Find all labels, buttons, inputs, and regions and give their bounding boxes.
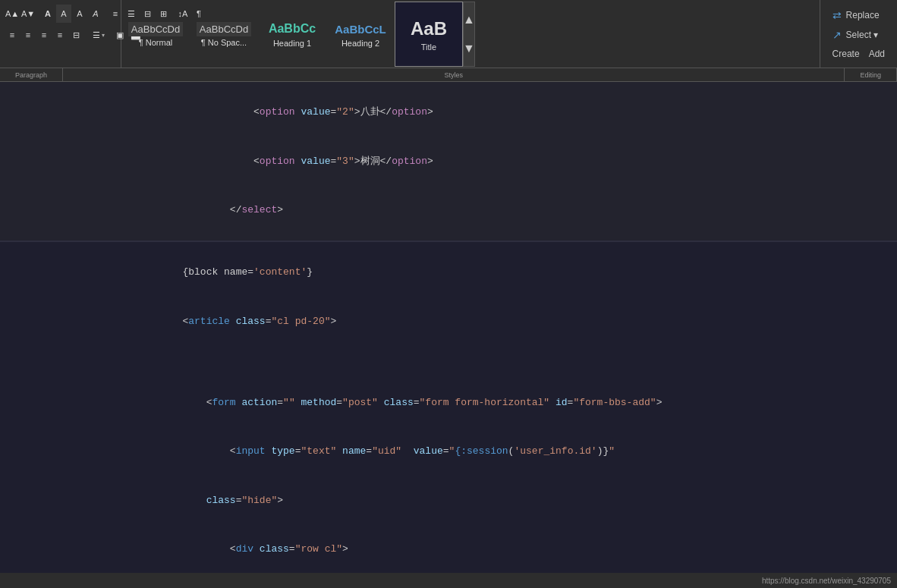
editing-section-label: Editing	[845, 68, 897, 81]
page-wrapper: A▲ A▼ A A A A ≡ ☰ ⊟ ⊞ ↕A ¶ ≡ ≡ ≡	[0, 0, 897, 588]
code-main-line-blank1	[129, 346, 891, 362]
highlight-btn[interactable]: A	[56, 5, 71, 23]
replace-icon: ⇄	[832, 9, 842, 21]
style-card-heading2[interactable]: AaBbCcL Heading 2	[326, 2, 395, 67]
code-line-scrolled-3: </select>	[129, 186, 891, 234]
align-justify-btn[interactable]: ≡	[52, 26, 68, 44]
styles-scroll-button[interactable]: ▲ ▼	[463, 2, 475, 67]
format-row-1: A▲ A▼ A A A A ≡ ☰ ⊟ ⊞ ↕A ¶	[5, 3, 116, 24]
code-line-scrolled-1: <option value="2">八卦</option>	[129, 88, 891, 137]
style-card-normal-label: ¶ Normal	[139, 38, 172, 47]
style-card-heading1-preview: AaBbCc	[266, 20, 319, 37]
style-card-no-spacing-preview: AaBbCcDd	[197, 22, 251, 36]
scroll-up-icon: ▲	[463, 13, 475, 27]
style-card-heading1-label: Heading 1	[273, 39, 311, 48]
text-color-btn[interactable]: A	[72, 5, 87, 23]
bottom-bar: https://blog.csdn.net/weixin_43290705	[0, 573, 897, 588]
code-main-visible: {block name='content'} <article class="c…	[0, 242, 897, 588]
italic-btn[interactable]: A	[88, 5, 103, 23]
font-size-up-btn[interactable]: A▲	[5, 5, 20, 23]
code-main-line-input2: class="hide">	[129, 476, 891, 524]
code-main-line-div: <div class="row cl">	[129, 524, 891, 573]
align-left-btn[interactable]: ≡	[5, 26, 20, 44]
add-label: Add	[869, 49, 885, 59]
create-add-item[interactable]: Create Add	[829, 47, 888, 61]
right-editing: ⇄ Replace ↗ Select ▾ Create Add	[820, 0, 897, 68]
select-icon: ↗	[832, 29, 842, 41]
styles-area: AaBbCcDd ¶ Normal AaBbCcDd ¶ No Spac... …	[121, 0, 820, 68]
style-card-heading2-label: Heading 2	[341, 39, 379, 48]
replace-label: Replace	[846, 10, 880, 20]
paragraph-section-label: Paragraph	[0, 68, 63, 81]
line-spacing-btn[interactable]: ☰▾	[88, 26, 108, 44]
left-ribbon: A▲ A▼ A A A A ≡ ☰ ⊟ ⊞ ↕A ¶ ≡ ≡ ≡	[0, 0, 121, 68]
code-main-line-1: {block name='content'}	[129, 248, 891, 297]
select-label: Select ▾	[846, 30, 879, 40]
replace-item[interactable]: ⇄ Replace	[829, 8, 888, 23]
style-card-title-preview: AaB	[408, 17, 450, 41]
list-bullets-btn[interactable]: ≡	[108, 5, 123, 23]
bottom-url: https://blog.csdn.net/weixin_43290705	[762, 577, 891, 585]
font-size-down-btn[interactable]: A▼	[20, 5, 36, 23]
align-center-btn[interactable]: ≡	[20, 26, 36, 44]
scroll-down-icon: ▼	[463, 42, 475, 55]
code-line-scrolled-2: <option value="3">树洞</option>	[129, 137, 891, 185]
style-card-heading1[interactable]: AaBbCc Heading 1	[258, 2, 326, 67]
column-btn[interactable]: ⊟	[68, 26, 83, 44]
style-card-title-label: Title	[421, 42, 436, 52]
bold-btn[interactable]: A	[40, 5, 55, 23]
styles-section-label: Styles	[63, 68, 845, 81]
style-card-title[interactable]: AaB Title	[395, 2, 463, 67]
create-label: Create	[832, 49, 860, 59]
code-main-line-input1: <input type="text" name="uid" value="{:s…	[129, 427, 891, 476]
format-row-2: ≡ ≡ ≡ ≡ ⊟ ☰▾ ▣ ⬜	[5, 24, 116, 46]
code-main-line-2: <article class="cl pd-20">	[129, 297, 891, 345]
ribbon-section-labels: Paragraph Styles Editing	[0, 68, 897, 82]
style-card-heading2-preview: AaBbCcL	[332, 21, 389, 37]
code-main-line-form: <form action="" method="post" class="for…	[129, 378, 891, 426]
select-item[interactable]: ↗ Select ▾	[829, 27, 888, 42]
style-card-normal-preview: AaBbCcDd	[128, 22, 183, 36]
code-main-line-blank2	[129, 362, 891, 378]
toolbar-area: A▲ A▼ A A A A ≡ ☰ ⊟ ⊞ ↕A ¶ ≡ ≡ ≡	[0, 0, 897, 68]
style-card-no-spacing[interactable]: AaBbCcDd ¶ No Spac...	[190, 2, 258, 67]
code-top-scrolled: <option value="2">八卦</option> <option va…	[0, 82, 897, 242]
code-editor: <option value="2">八卦</option> <option va…	[0, 82, 897, 588]
style-card-no-spacing-label: ¶ No Spac...	[201, 38, 247, 47]
align-right-btn[interactable]: ≡	[36, 26, 52, 44]
style-card-normal[interactable]: AaBbCcDd ¶ Normal	[121, 2, 190, 67]
